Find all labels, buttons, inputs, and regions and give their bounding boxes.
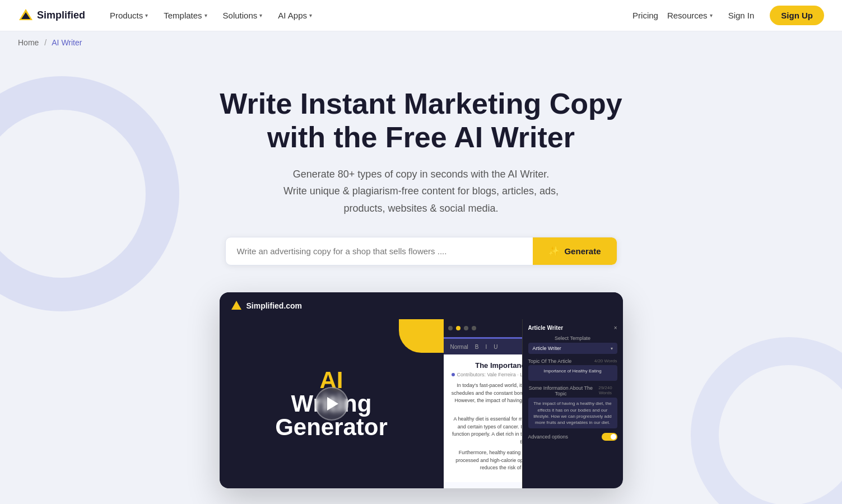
video-logo: Simplified.com [231,300,303,311]
chevron-down-icon: ▾ [145,12,148,18]
panel-template-select[interactable]: Article Writer ▾ [528,343,617,354]
svg-marker-2 [231,301,241,310]
generate-button[interactable]: ✨ Generate [533,237,616,265]
panel-toggle-row: Advanced options [528,433,617,441]
panel-header: Article Writer × [528,325,617,331]
panel-toggle-dot [611,434,616,440]
hero-section: Write Instant Marketing Copy with the Fr… [0,54,842,504]
video-header: Simplified.com [220,292,623,319]
navbar: Simplified Products ▾ Templates ▾ Soluti… [0,0,842,31]
article-writer-panel: Article Writer × Select Template Article… [522,319,623,488]
signin-button[interactable]: Sign In [722,6,761,25]
video-yellow-corner [399,319,444,353]
format-normal: Normal [448,343,471,351]
chevron-down-icon: ▾ [309,12,312,18]
nav-item-ai-apps[interactable]: AI Apps ▾ [271,6,319,25]
chevron-down-icon: ▾ [259,12,262,18]
nav-item-solutions[interactable]: Solutions ▾ [216,6,269,25]
panel-advanced-label: Advanced options [528,434,569,440]
magic-icon: ✨ [548,246,560,256]
panel-info-content: The impact of having a healthy diet, the… [533,400,613,426]
panel-topic-text: Importance of Healthy Eating [533,368,613,374]
search-bar: ✨ Generate [225,237,617,265]
video-inner: AI Writing Generator [220,319,623,488]
panel-info-field[interactable]: The impact of having a healthy diet, the… [528,398,617,428]
logo-icon [18,8,34,24]
breadcrumb-current: AI Writer [52,38,82,47]
video-preview[interactable]: Simplified.com AI Writing Generator [220,292,623,488]
search-input[interactable] [226,237,533,265]
chevron-down-icon: ▾ [204,12,207,18]
logo-link[interactable]: Simplified [18,8,85,24]
toolbar-dot [448,326,453,330]
panel-title: Article Writer [528,325,564,331]
breadcrumb-separator: / [44,38,46,47]
play-button[interactable] [315,387,348,421]
format-italic: I [483,343,489,351]
toolbar-dot [464,326,468,330]
nav-resources[interactable]: Resources ▾ [667,11,713,20]
chevron-down-icon: ▾ [710,12,713,18]
nav-links: Products ▾ Templates ▾ Solutions ▾ AI Ap… [103,6,632,25]
play-triangle-icon [327,397,338,410]
video-logo-icon [231,300,242,311]
panel-close-icon[interactable]: × [614,325,617,331]
panel-info-label-row: Some Information About The Topic 29/240 … [528,385,617,396]
video-right-panel: Normal B I U The Importance of Healthy E… [444,319,623,488]
panel-toggle[interactable] [602,433,617,441]
chevron-down-icon: ▾ [611,346,613,351]
format-bold: B [473,343,481,351]
video-left-panel: AI Writing Generator [220,319,444,488]
toolbar-dot [472,326,476,330]
hero-title: Write Instant Marketing Copy with the Fr… [203,87,640,155]
format-underline: U [491,343,500,351]
breadcrumb-home-link[interactable]: Home [18,38,39,47]
editor-meta-dot [452,373,455,376]
nav-item-products[interactable]: Products ▾ [103,6,155,25]
panel-select-value: Article Writer [533,346,561,351]
logo-text: Simplified [37,10,85,21]
nav-item-templates[interactable]: Templates ▾ [157,6,213,25]
panel-template-label: Select Template [528,335,617,341]
nav-right: Pricing Resources ▾ Sign In Sign Up [632,6,824,25]
breadcrumb: Home / AI Writer [0,31,842,54]
panel-topic-field[interactable]: Importance of Healthy Eating [528,365,617,381]
nav-pricing[interactable]: Pricing [632,11,658,20]
hero-subtitle: Generate 80+ types of copy in seconds wi… [253,166,589,217]
signup-button[interactable]: Sign Up [770,6,824,25]
video-container: Simplified.com AI Writing Generator [220,292,623,488]
panel-topic-label-row: Topic Of The Article 4/20 Words [528,358,617,364]
toolbar-dot-active [456,326,460,330]
video-logo-text: Simplified.com [246,301,303,310]
